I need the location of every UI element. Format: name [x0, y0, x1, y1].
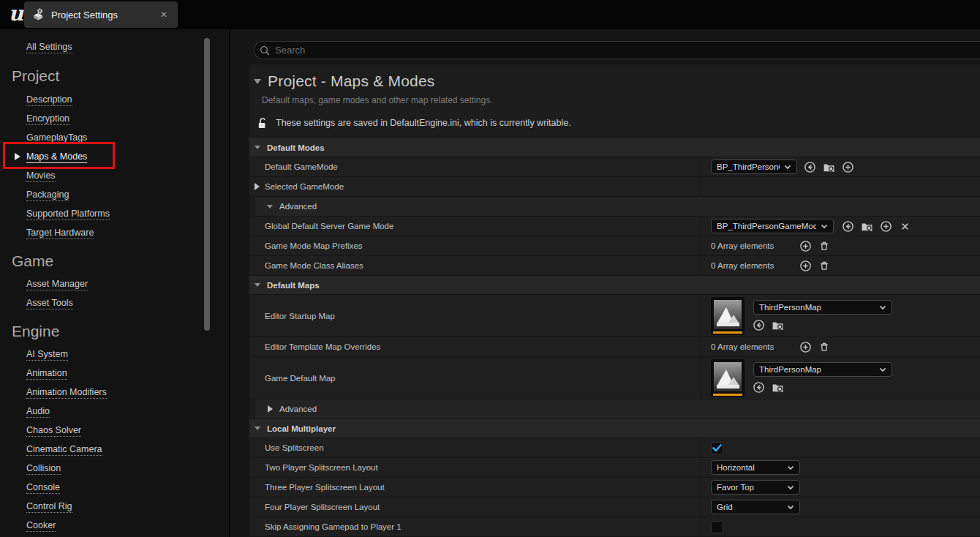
two-player-layout-dropdown[interactable]: Horizontal [711, 460, 800, 475]
config-file-note: These settings are saved in DefaultEngin… [276, 118, 571, 128]
game-default-map-dropdown[interactable]: ThirdPersonMap [753, 362, 892, 377]
row-four-player-splitscreen-layout: Four Player Splitscreen Layout Grid [249, 497, 980, 517]
use-selected-asset-icon[interactable] [803, 160, 816, 173]
collapse-icon [255, 427, 260, 430]
tab-close-icon[interactable]: ✕ [157, 8, 170, 21]
chevron-down-icon [879, 304, 886, 310]
browse-to-asset-icon[interactable] [771, 380, 784, 394]
sidebar-item-cooker[interactable]: Cooker [26, 520, 56, 532]
use-selected-asset-icon[interactable] [752, 318, 765, 331]
project-settings-gear-box-icon [31, 8, 45, 21]
main-area: Project - Maps & Modes Default maps, gam… [229, 29, 980, 537]
new-asset-plus-icon[interactable] [879, 219, 892, 233]
three-player-layout-dropdown[interactable]: Favor Top [711, 480, 800, 495]
row-game-mode-class-aliases: Game Mode Class Aliases 0 Array elements [249, 256, 980, 276]
sidebar-item-asset-manager[interactable]: Asset Manager [26, 279, 88, 290]
use-selected-asset-icon[interactable] [752, 380, 765, 394]
sidebar-item-chaos-solver[interactable]: Chaos Solver [26, 425, 81, 437]
sidebar-item-console[interactable]: Console [26, 482, 60, 494]
sidebar-item-all-settings[interactable]: All Settings [26, 42, 72, 53]
new-asset-plus-icon[interactable] [841, 160, 854, 173]
expand-icon[interactable] [255, 183, 260, 190]
clear-array-trash-icon[interactable] [818, 340, 831, 353]
browse-to-asset-icon[interactable] [771, 318, 784, 331]
mountain-icon [714, 362, 742, 391]
page-title: Project - Maps & Modes [268, 72, 434, 90]
sidebar-item-collision[interactable]: Collision [26, 463, 61, 475]
chevron-down-icon [821, 223, 828, 229]
use-selected-asset-icon[interactable] [841, 219, 854, 233]
tab-project-settings[interactable]: Project Settings ✕ [24, 1, 178, 28]
browse-to-asset-icon[interactable] [822, 160, 835, 173]
sidebar-item-audio[interactable]: Audio [26, 406, 50, 418]
checkmark-icon [712, 444, 722, 452]
collapse-icon [255, 146, 260, 149]
asset-type-color-bar [713, 331, 742, 334]
sidebar-item-control-rig[interactable]: Control Rig [26, 501, 72, 513]
annotation-highlight-box [3, 142, 115, 169]
chevron-down-icon [879, 367, 886, 372]
skip-gamepad-checkbox-unchecked[interactable] [711, 521, 723, 533]
sidebar-scrollbar[interactable] [204, 38, 210, 331]
array-elements-count: 0 Array elements [711, 261, 793, 270]
settings-panel: Project - Maps & Modes Default maps, gam… [249, 64, 980, 537]
sidebar-item-animation-modifiers[interactable]: Animation Modifiers [26, 387, 107, 399]
row-editor-template-map-overrides: Editor Template Map Overrides 0 Array el… [249, 337, 980, 357]
page-collapse-icon[interactable] [254, 79, 261, 84]
sidebar-item-packaging[interactable]: Packaging [26, 189, 69, 201]
asset-type-color-bar [713, 394, 742, 396]
section-header-default-modes[interactable]: Default Modes [249, 138, 980, 157]
use-splitscreen-checkbox-checked[interactable] [711, 442, 723, 454]
search-input[interactable] [275, 45, 924, 56]
browse-to-asset-icon[interactable] [860, 219, 873, 233]
row-game-mode-map-prefixes: Game Mode Map Prefixes 0 Array elements [249, 236, 980, 256]
array-elements-count: 0 Array elements [711, 241, 793, 250]
row-editor-startup-map: Editor Startup Map [249, 295, 980, 337]
sidebar-item-movies[interactable]: Movies [26, 170, 56, 182]
row-selected-gamemode[interactable]: Selected GameMode [249, 177, 980, 197]
editor-startup-map-dropdown[interactable]: ThirdPersonMap [753, 300, 892, 315]
sidebar-item-description[interactable]: Description [26, 94, 72, 106]
row-use-splitscreen: Use Splitscreen [249, 438, 980, 458]
panel-divider [229, 29, 230, 537]
search-bar[interactable] [254, 41, 980, 59]
mountain-icon [714, 300, 742, 329]
clear-array-trash-icon[interactable] [818, 239, 831, 252]
clear-array-trash-icon[interactable] [818, 259, 831, 272]
section-header-local-multiplayer[interactable]: Local Multiplayer [249, 419, 980, 438]
chevron-down-icon [787, 504, 794, 510]
page-subtitle: Default maps, game modes and other map r… [262, 95, 980, 106]
settings-sidebar: All Settings Project Description Encrypt… [0, 29, 229, 537]
sidebar-item-cinematic-camera[interactable]: Cinematic Camera [26, 444, 102, 456]
add-element-plus-icon[interactable] [799, 259, 812, 272]
collapse-icon [267, 205, 273, 209]
unreal-logo-icon: u [6, 1, 26, 26]
sidebar-section-game: Game [12, 252, 53, 270]
chevron-down-icon [787, 484, 794, 490]
row-three-player-splitscreen-layout: Three Player Splitscreen Layout Favor To… [249, 478, 980, 497]
sidebar-item-ai-system[interactable]: AI System [26, 349, 68, 361]
sidebar-item-supported-platforms[interactable]: Supported Platforms [26, 209, 110, 220]
sidebar-item-asset-tools[interactable]: Asset Tools [26, 298, 73, 309]
row-two-player-splitscreen-layout: Two Player Splitscreen Layout Horizontal [249, 458, 980, 478]
default-gamemode-dropdown[interactable]: BP_ThirdPersonGameMode [711, 159, 797, 174]
advanced-section-expanded[interactable]: Advanced [249, 197, 980, 217]
sidebar-item-animation[interactable]: Animation [26, 368, 67, 380]
map-thumbnail[interactable] [711, 359, 745, 397]
global-server-gamemode-dropdown[interactable]: BP_ThirdPersonGameMode [711, 219, 834, 233]
section-header-default-maps[interactable]: Default Maps [249, 276, 980, 295]
sidebar-section-project: Project [12, 67, 59, 85]
row-global-default-server-game-mode: Global Default Server Game Mode BP_Third… [249, 217, 980, 236]
clear-value-x-icon[interactable] [898, 219, 911, 233]
add-element-plus-icon[interactable] [799, 340, 812, 353]
unlocked-padlock-icon [257, 117, 268, 129]
sidebar-item-target-hardware[interactable]: Target Hardware [26, 228, 94, 239]
four-player-layout-dropdown[interactable]: Grid [711, 500, 800, 514]
sidebar-item-encryption[interactable]: Encryption [26, 113, 69, 125]
map-thumbnail[interactable] [711, 297, 745, 335]
expand-icon [268, 405, 273, 413]
chevron-down-icon [787, 465, 794, 470]
advanced-section-collapsed[interactable]: Advanced [249, 399, 980, 419]
add-element-plus-icon[interactable] [799, 239, 812, 252]
search-icon [260, 45, 270, 56]
